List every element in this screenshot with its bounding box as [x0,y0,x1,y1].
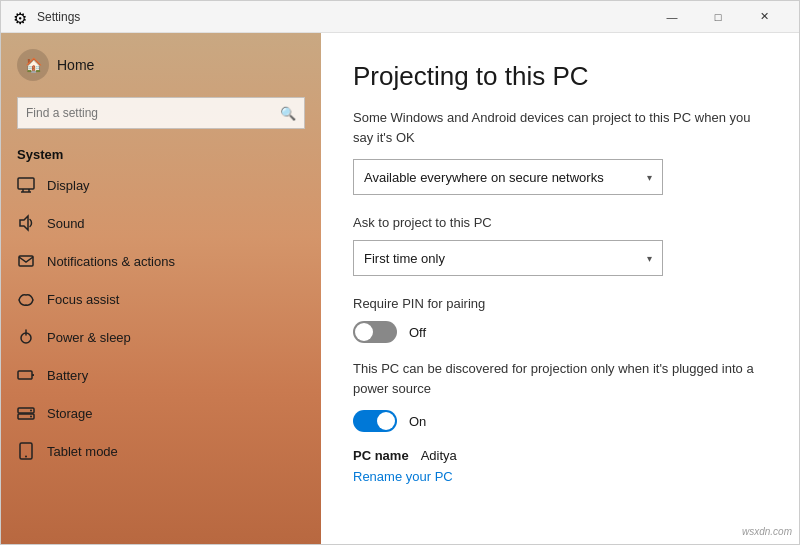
title-bar: ⚙ Settings — □ ✕ [1,1,799,33]
sidebar-home-label[interactable]: Home [57,57,94,73]
search-input[interactable] [26,106,280,120]
notifications-icon [17,252,35,270]
storage-icon [17,404,35,422]
sound-label: Sound [47,216,85,231]
pc-name-value: Aditya [421,448,457,463]
network-dropdown-value: Available everywhere on secure networks [364,170,604,185]
sidebar-item-focus[interactable]: Focus assist [1,280,321,318]
watermark: wsxdn.com [742,526,792,537]
power-icon [17,328,35,346]
pc-info-section: PC name Aditya Rename your PC [353,448,767,485]
sidebar-item-power[interactable]: Power & sleep [1,318,321,356]
plugged-toggle-thumb [377,412,395,430]
display-label: Display [47,178,90,193]
settings-window: ⚙ Settings — □ ✕ 🏠 Home 🔍 System [0,0,800,545]
power-label: Power & sleep [47,330,131,345]
pin-toggle-row: Off [353,321,767,343]
title-bar-text: Settings [37,10,649,24]
notifications-label: Notifications & actions [47,254,175,269]
search-box[interactable]: 🔍 [17,97,305,129]
plugged-toggle-label: On [409,414,426,429]
svg-point-12 [30,410,32,412]
maximize-button[interactable]: □ [695,1,741,33]
project-dropdown[interactable]: First time only ▾ [353,240,663,276]
sidebar-item-notifications[interactable]: Notifications & actions [1,242,321,280]
svg-point-13 [30,416,32,418]
close-button[interactable]: ✕ [741,1,787,33]
window-controls: — □ ✕ [649,1,787,33]
tablet-label: Tablet mode [47,444,118,459]
main-content: Projecting to this PC Some Windows and A… [321,33,799,544]
project-dropdown-arrow: ▾ [647,253,652,264]
rename-link[interactable]: Rename your PC [353,469,453,484]
pin-toggle-label: Off [409,325,426,340]
plugged-toggle[interactable] [353,410,397,432]
svg-rect-5 [19,256,33,266]
window-content: 🏠 Home 🔍 System Display [1,33,799,544]
battery-icon [17,366,35,384]
plugged-toggle-row: On [353,410,767,432]
svg-rect-8 [18,371,32,379]
sidebar-item-display[interactable]: Display [1,166,321,204]
sidebar-section-title: System [1,141,321,166]
svg-marker-4 [20,216,28,230]
sidebar-item-battery[interactable]: Battery [1,356,321,394]
focus-icon [17,290,35,308]
focus-label: Focus assist [47,292,119,307]
pin-toggle[interactable] [353,321,397,343]
sidebar-item-sound[interactable]: Sound [1,204,321,242]
sidebar-item-storage[interactable]: Storage [1,394,321,432]
pin-label: Require PIN for pairing [353,296,767,311]
sidebar: 🏠 Home 🔍 System Display [1,33,321,544]
svg-point-15 [25,456,27,458]
project-dropdown-value: First time only [364,251,445,266]
home-icon: 🏠 [17,49,49,81]
display-icon [17,176,35,194]
svg-rect-9 [32,374,34,376]
network-dropdown-arrow: ▾ [647,172,652,183]
svg-rect-0 [18,178,34,189]
pin-toggle-thumb [355,323,373,341]
tablet-icon [17,442,35,460]
app-icon: ⚙ [13,9,29,25]
pc-name-row: PC name Aditya [353,448,767,463]
description-text: Some Windows and Android devices can pro… [353,108,767,147]
minimize-button[interactable]: — [649,1,695,33]
battery-label: Battery [47,368,88,383]
storage-label: Storage [47,406,93,421]
network-dropdown[interactable]: Available everywhere on secure networks … [353,159,663,195]
sidebar-header: 🏠 Home [1,33,321,89]
dropdown2-label: Ask to project to this PC [353,215,767,230]
pc-name-label: PC name [353,448,409,463]
sidebar-item-tablet[interactable]: Tablet mode [1,432,321,470]
page-title: Projecting to this PC [353,61,767,92]
plugged-description: This PC can be discovered for projection… [353,359,767,398]
sound-icon [17,214,35,232]
search-icon: 🔍 [280,106,296,121]
